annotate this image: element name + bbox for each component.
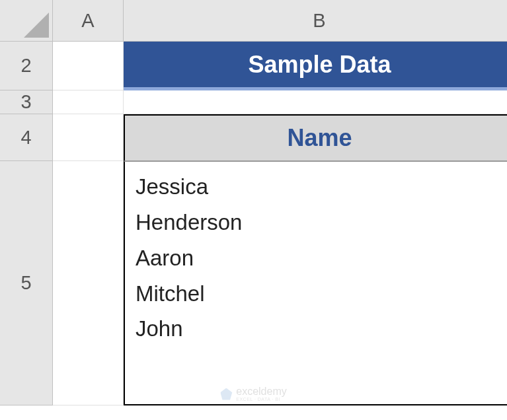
corner-triangle-icon (24, 13, 49, 38)
select-all-corner[interactable] (0, 0, 53, 42)
cell-a3[interactable] (53, 90, 124, 114)
spreadsheet-grid: A B 2 Sample Data 3 4 Name 5 Jessica Hen… (0, 0, 507, 405)
watermark-logo-icon (220, 388, 232, 400)
watermark-brand: exceldemy (236, 386, 286, 397)
cell-a2[interactable] (53, 42, 124, 90)
cell-b3[interactable] (124, 90, 507, 114)
data-row: Jessica (136, 171, 504, 203)
data-row: John (136, 313, 504, 345)
row-header-5[interactable]: 5 (0, 161, 53, 405)
data-row: Henderson (136, 207, 504, 238)
column-header-b[interactable]: B (124, 0, 507, 42)
row-header-3[interactable]: 3 (0, 90, 53, 114)
watermark-tagline: EXCEL · DATA · BI (236, 397, 286, 402)
data-row: Mitchel (136, 278, 504, 310)
data-row: Aaron (136, 242, 504, 274)
table-header-cell[interactable]: Name (124, 114, 507, 161)
cell-a5[interactable] (53, 161, 124, 405)
table-data-cell[interactable]: Jessica Henderson Aaron Mitchel John (124, 161, 507, 405)
column-header-a[interactable]: A (53, 0, 124, 42)
watermark: exceldemy EXCEL · DATA · BI (220, 386, 286, 402)
watermark-text: exceldemy EXCEL · DATA · BI (236, 386, 286, 402)
row-header-2[interactable]: 2 (0, 42, 53, 90)
title-cell[interactable]: Sample Data (124, 42, 507, 90)
cell-a4[interactable] (53, 114, 124, 161)
row-header-4[interactable]: 4 (0, 114, 53, 161)
